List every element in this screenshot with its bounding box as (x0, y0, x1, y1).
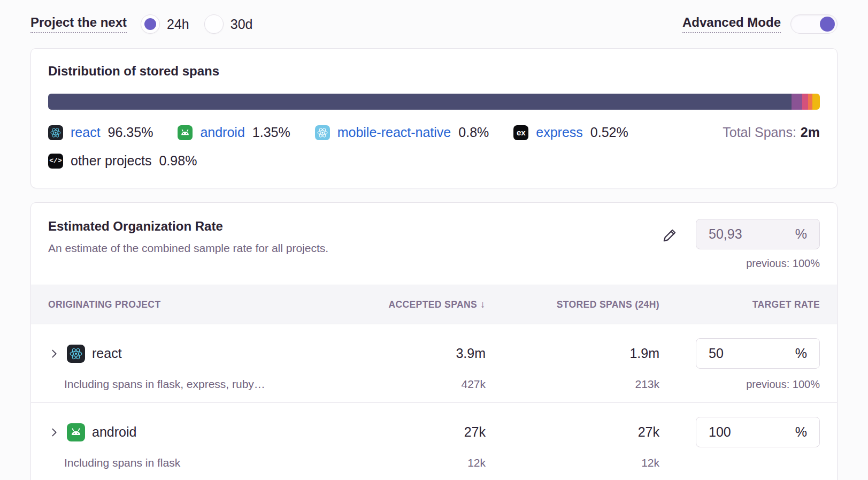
legend-link-mobile-react-native: mobile-react-native (337, 125, 451, 140)
express-icon: ex (513, 125, 528, 140)
period-radio-group: 24h 30d (141, 14, 252, 34)
project-the-next-label: Project the next (30, 15, 127, 33)
rate-previous: previous: 100% (659, 378, 820, 391)
react-icon (67, 345, 85, 363)
radio-30d[interactable]: 30d (204, 14, 253, 34)
table-row-android: android 27k 27k % Including spans in fla… (31, 403, 837, 480)
stored-value: 27k (486, 424, 659, 440)
chevron-right-icon (48, 426, 60, 438)
radio-30d-circle (204, 14, 224, 34)
legend-item-android[interactable]: android 1.35% (178, 125, 290, 140)
sampling-settings-page: Project the next 24h 30d Advanced Mode D… (0, 0, 868, 480)
rate-card-title: Estimated Organization Rate (48, 219, 328, 234)
project-name: android (92, 424, 136, 440)
col-stored-spans: Stored Spans (24h) (486, 299, 659, 310)
distribution-card: Distribution of stored spans react (30, 48, 838, 188)
stored-value: 1.9m (486, 346, 659, 361)
legend-pct-mobile-react-native: 0.8% (458, 125, 489, 140)
pencil-icon (662, 226, 679, 243)
accepted-sub-value: 427k (352, 378, 486, 391)
table-header: Originating Project Accepted Spans↓ Stor… (31, 285, 837, 324)
bar-segment-other-projects (812, 94, 820, 110)
android-icon (67, 423, 85, 441)
legend-pct-express: 0.52% (590, 125, 628, 140)
android-icon (178, 125, 193, 140)
legend-label-other-projects: other projects (71, 153, 151, 169)
react-native-icon (315, 125, 330, 140)
legend-link-react: react (71, 125, 101, 140)
total-spans-value: 2m (801, 125, 820, 140)
advanced-mode-toggle[interactable] (790, 14, 838, 34)
accepted-sub-value: 12k (352, 456, 486, 469)
project-subtext: Including spans in flask, express, ruby… (48, 378, 352, 391)
bar-segment-android (792, 94, 802, 110)
legend-item-mobile-react-native[interactable]: mobile-react-native 0.8% (315, 125, 489, 140)
legend-row-2: </> other projects 0.98% (48, 153, 820, 169)
legend-item-express[interactable]: ex express 0.52% (513, 125, 628, 140)
legend-link-android: android (200, 125, 244, 140)
toggle-knob (820, 17, 835, 32)
chevron-right-icon (48, 348, 60, 360)
org-rate-unit: % (795, 226, 807, 242)
sort-desc-icon: ↓ (480, 299, 486, 310)
code-icon: </> (48, 154, 63, 169)
target-rate-input-box-react: % (696, 338, 820, 369)
table-row-react: react 3.9m 1.9m % Including spans in fla… (31, 324, 837, 403)
radio-24h[interactable]: 24h (141, 14, 189, 34)
radio-30d-label: 30d (231, 17, 253, 32)
stored-spans-bar (48, 94, 820, 110)
accepted-value: 27k (352, 424, 486, 440)
org-rate-previous: previous: 100% (746, 257, 820, 270)
advanced-mode-label: Advanced Mode (682, 15, 781, 33)
org-rate-input[interactable] (709, 226, 795, 242)
legend-pct-android: 1.35% (252, 125, 290, 140)
bar-segment-mobile-react-native (802, 94, 809, 110)
topbar: Project the next 24h 30d Advanced Mode (30, 13, 838, 35)
radio-24h-label: 24h (167, 17, 189, 32)
legend-row-1: react 96.35% android 1.35% (48, 125, 820, 140)
organization-rate-card: Estimated Organization Rate An estimate … (30, 202, 838, 480)
total-spans: Total Spans:2m (723, 125, 820, 140)
project-name: react (92, 346, 122, 361)
target-rate-input-react[interactable] (709, 346, 795, 361)
rate-unit: % (795, 424, 807, 440)
org-rate-input-box: % (696, 219, 820, 249)
rate-unit: % (795, 346, 807, 361)
col-accepted-spans[interactable]: Accepted Spans↓ (352, 299, 486, 310)
expand-chevron-android[interactable] (48, 426, 60, 438)
target-rate-input-box-android: % (696, 417, 820, 447)
distribution-card-title: Distribution of stored spans (48, 64, 820, 79)
edit-rate-button[interactable] (662, 226, 679, 245)
stored-sub-value: 213k (486, 378, 659, 391)
col-target-rate: Target Rate (659, 299, 820, 310)
expand-chevron-react[interactable] (48, 348, 60, 360)
accepted-value: 3.9m (352, 346, 486, 361)
bar-segment-express (808, 94, 812, 110)
rate-card-subtitle: An estimate of the combined sample rate … (48, 242, 328, 255)
col-originating-project: Originating Project (48, 299, 352, 310)
radio-24h-circle (141, 14, 160, 34)
project-subtext: Including spans in flask (48, 456, 352, 469)
bar-segment-react (48, 94, 792, 110)
legend-item-react[interactable]: react 96.35% (48, 125, 153, 140)
stored-sub-value: 12k (486, 456, 659, 469)
target-rate-input-android[interactable] (709, 424, 795, 440)
legend-pct-other-projects: 0.98% (159, 153, 197, 169)
total-spans-label: Total Spans: (723, 125, 796, 140)
legend-pct-react: 96.35% (108, 125, 153, 140)
legend-link-express: express (536, 125, 583, 140)
legend-item-other-projects: </> other projects 0.98% (48, 153, 197, 169)
react-icon (48, 125, 63, 140)
